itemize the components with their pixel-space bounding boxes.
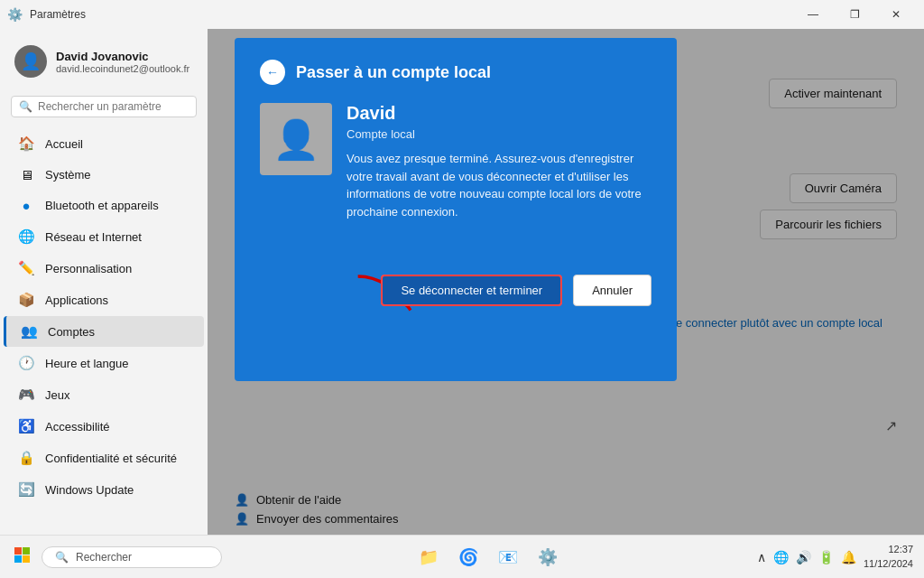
avatar-icon: 👤 xyxy=(21,51,41,71)
accounts-icon: 👥 xyxy=(21,323,37,340)
titlebar-left: ⚙️ Paramètres xyxy=(7,7,86,22)
settings-icon: ⚙️ xyxy=(7,7,23,22)
sidebar-label-accueil: Accueil xyxy=(45,137,83,151)
confirm-button[interactable]: Se déconnecter et terminer xyxy=(381,275,562,306)
titlebar-controls: — ❐ ✕ xyxy=(792,0,917,29)
sidebar-label-confidentialite: Confidentialité et sécurité xyxy=(45,452,177,465)
update-icon: 🔄 xyxy=(18,481,34,498)
tray-notifications[interactable]: 🔔 xyxy=(839,548,858,566)
taskbar-app-edge[interactable]: 🌀 xyxy=(450,539,486,575)
sidebar-label-bluetooth: Bluetooth et appareils xyxy=(45,199,159,212)
taskbar-app-settings[interactable]: ⚙️ xyxy=(530,539,566,575)
sidebar-item-bluetooth[interactable]: ● Bluetooth et appareils xyxy=(4,191,204,220)
taskbar-search-label: Rechercher xyxy=(76,551,132,564)
sidebar-item-heure[interactable]: 🕐 Heure et langue xyxy=(4,348,204,378)
sidebar-label-perso: Personnalisation xyxy=(45,262,132,275)
modal-avatar: 👤 xyxy=(260,103,332,175)
search-icon: 🔍 xyxy=(19,100,32,113)
close-button[interactable]: ✕ xyxy=(875,0,917,29)
tray-volume[interactable]: 🔊 xyxy=(794,548,813,566)
bluetooth-icon: ● xyxy=(18,198,34,213)
time-icon: 🕐 xyxy=(18,355,34,371)
svg-rect-3 xyxy=(14,555,22,563)
system-icon: 🖥 xyxy=(18,167,34,182)
modal-description: Vous avez presque terminé. Assurez-vous … xyxy=(346,150,651,220)
accessibility-icon: ♿ xyxy=(18,418,34,434)
sidebar: 👤 David Jovanovic david.lecoindunet2@out… xyxy=(0,29,208,535)
sidebar-item-confidentialite[interactable]: 🔒 Confidentialité et sécurité xyxy=(4,443,204,473)
tray-network[interactable]: 🌐 xyxy=(772,548,790,566)
titlebar: ⚙️ Paramètres — ❐ ✕ xyxy=(0,0,924,29)
sidebar-item-perso[interactable]: ✏️ Personnalisation xyxy=(4,253,204,284)
taskbar-search-icon: 🔍 xyxy=(55,551,69,564)
sidebar-item-jeux[interactable]: 🎮 Jeux xyxy=(4,379,204,410)
personalization-icon: ✏️ xyxy=(18,260,34,276)
search-input[interactable] xyxy=(38,100,189,113)
tray-chevron[interactable]: ∧ xyxy=(755,548,768,566)
sidebar-item-windows-update[interactable]: 🔄 Windows Update xyxy=(4,474,204,505)
minimize-button[interactable]: — xyxy=(792,0,834,29)
taskbar: 🔍 Rechercher 📁 🌀 📧 ⚙️ ∧ 🌐 🔊 🔋 🔔 12:37 11… xyxy=(0,535,924,578)
sidebar-item-accueil[interactable]: 🏠 Accueil xyxy=(4,128,204,159)
sidebar-label-systeme: Système xyxy=(45,168,91,182)
sidebar-label-jeux: Jeux xyxy=(45,388,69,402)
sidebar-label-reseau: Réseau et Internet xyxy=(45,230,142,244)
search-box[interactable]: 🔍 xyxy=(11,96,197,117)
maximize-button[interactable]: ❐ xyxy=(834,0,875,29)
sidebar-item-reseau[interactable]: 🌐 Réseau et Internet xyxy=(4,221,204,252)
sidebar-item-comptes[interactable]: 👥 Comptes xyxy=(4,316,204,347)
user-info: David Jovanovic david.lecoindunet2@outlo… xyxy=(56,50,189,74)
modal-overlay: ← Passer à un compte local 👤 David Compt… xyxy=(208,29,924,535)
svg-rect-1 xyxy=(14,547,22,555)
content-area: Comptes › Vos informations Activer maint… xyxy=(208,29,924,535)
sidebar-item-systeme[interactable]: 🖥 Système xyxy=(4,160,204,190)
sidebar-label-heure: Heure et langue xyxy=(45,357,129,370)
sidebar-item-accessibilite[interactable]: ♿ Accessibilité xyxy=(4,411,204,442)
sidebar-item-applis[interactable]: 📦 Applications xyxy=(4,284,204,315)
system-tray: ∧ 🌐 🔊 🔋 🔔 xyxy=(755,548,858,566)
taskbar-date-value: 11/12/2024 xyxy=(864,557,913,571)
user-name: David Jovanovic xyxy=(56,50,189,63)
taskbar-app-explorer[interactable]: 📁 xyxy=(411,539,447,575)
windows-button[interactable] xyxy=(11,544,34,570)
tray-battery[interactable]: 🔋 xyxy=(817,548,836,566)
taskbar-app-outlook[interactable]: 📧 xyxy=(490,539,526,575)
svg-rect-2 xyxy=(23,547,30,555)
modal-user-name: David xyxy=(346,103,651,124)
back-button[interactable]: ← xyxy=(260,60,285,85)
main-layout: 👤 David Jovanovic david.lecoindunet2@out… xyxy=(0,29,924,535)
privacy-icon: 🔒 xyxy=(18,450,34,466)
network-icon: 🌐 xyxy=(18,228,34,245)
titlebar-title: Paramètres xyxy=(30,8,86,21)
modal: ← Passer à un compte local 👤 David Compt… xyxy=(235,38,677,381)
taskbar-left: 🔍 Rechercher xyxy=(11,544,222,570)
cancel-button[interactable]: Annuler xyxy=(573,275,651,306)
sidebar-label-applis: Applications xyxy=(45,294,108,307)
modal-title-text: Passer à un compte local xyxy=(296,63,491,82)
games-icon: 🎮 xyxy=(18,387,34,403)
taskbar-search[interactable]: 🔍 Rechercher xyxy=(42,546,222,568)
taskbar-datetime[interactable]: 12:37 11/12/2024 xyxy=(864,543,913,571)
modal-buttons: Se déconnecter et terminer Annuler xyxy=(260,275,651,306)
taskbar-time-value: 12:37 xyxy=(864,543,913,556)
taskbar-right: ∧ 🌐 🔊 🔋 🔔 12:37 11/12/2024 xyxy=(755,543,913,571)
modal-user-type: Compte local xyxy=(346,127,651,141)
windows-logo-icon xyxy=(14,547,31,564)
sidebar-label-accessibilite: Accessibilité xyxy=(45,420,110,434)
apps-icon: 📦 xyxy=(18,292,34,308)
taskbar-center: 📁 🌀 📧 ⚙️ xyxy=(411,539,566,575)
user-email: david.lecoindunet2@outlook.fr xyxy=(56,63,189,74)
avatar: 👤 xyxy=(14,45,47,78)
modal-user-info: 👤 David Compte local Vous avez presque t… xyxy=(260,103,651,220)
sidebar-label-update: Windows Update xyxy=(45,483,134,497)
svg-rect-4 xyxy=(23,555,30,563)
home-icon: 🏠 xyxy=(18,135,34,152)
sidebar-label-comptes: Comptes xyxy=(48,325,95,339)
modal-user-details: David Compte local Vous avez presque ter… xyxy=(346,103,651,220)
modal-avatar-icon: 👤 xyxy=(273,117,319,162)
modal-title-row: ← Passer à un compte local xyxy=(260,60,651,85)
user-section: 👤 David Jovanovic david.lecoindunet2@out… xyxy=(0,36,208,92)
